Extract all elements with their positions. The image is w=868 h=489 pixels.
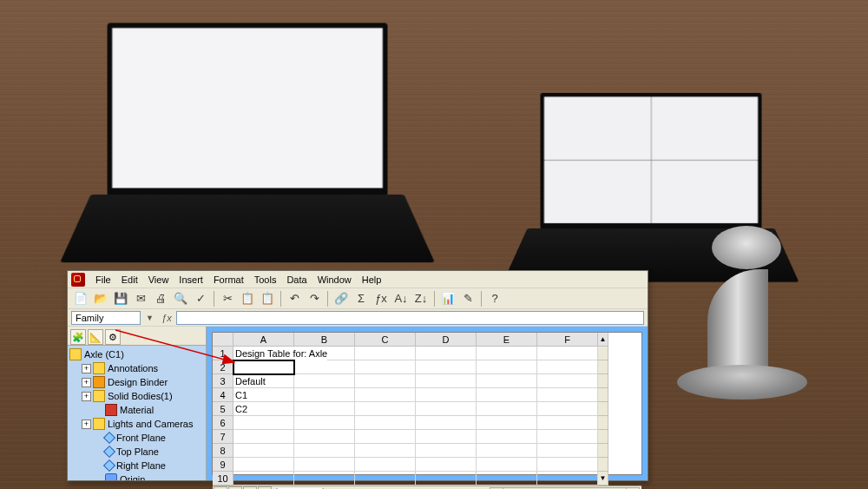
spellcheck-icon[interactable]: ✓: [191, 290, 210, 307]
cell-C10[interactable]: [355, 472, 416, 486]
function-icon[interactable]: ƒx: [372, 290, 391, 307]
column-header-B[interactable]: B: [294, 333, 355, 347]
configuration-manager-tab-icon[interactable]: ⚙: [105, 329, 121, 345]
undo-icon[interactable]: ↶: [285, 290, 304, 307]
cell-F8[interactable]: [537, 444, 598, 458]
row-header-7[interactable]: 7: [213, 430, 233, 444]
vscroll-track[interactable]: [598, 458, 608, 472]
sort-desc-icon[interactable]: Z↓: [411, 290, 431, 307]
sum-icon[interactable]: Σ: [352, 290, 371, 307]
cell-B6[interactable]: [294, 416, 355, 430]
cut-icon[interactable]: ✂: [218, 290, 237, 307]
cell-A1[interactable]: Design Table for: Axle: [233, 347, 294, 360]
menu-data[interactable]: Data: [281, 273, 312, 287]
cell-D7[interactable]: [416, 430, 477, 444]
column-header-D[interactable]: D: [416, 333, 477, 347]
cell-A9[interactable]: [233, 458, 294, 472]
vscroll-track[interactable]: [598, 430, 608, 444]
expand-icon[interactable]: +: [82, 392, 91, 401]
property-manager-tab-icon[interactable]: 📐: [88, 329, 103, 345]
menu-format[interactable]: Format: [208, 273, 249, 287]
vscroll-track[interactable]: [598, 347, 608, 360]
row-header-6[interactable]: 6: [213, 416, 233, 430]
print-icon[interactable]: 🖨: [151, 290, 170, 307]
cell-D10[interactable]: [416, 472, 477, 486]
cell-C7[interactable]: [355, 430, 416, 444]
menu-tools[interactable]: Tools: [249, 273, 282, 287]
open-icon[interactable]: 📂: [91, 290, 110, 307]
worksheet[interactable]: ABCDEF▲1Design Table for: Axle23Default4…: [212, 332, 642, 475]
cell-F5[interactable]: [537, 402, 598, 416]
cell-B5[interactable]: [294, 402, 355, 416]
menu-window[interactable]: Window: [312, 273, 357, 287]
vscroll-track[interactable]: [598, 416, 608, 430]
cell-A8[interactable]: [233, 444, 294, 458]
cell-C1[interactable]: [355, 347, 416, 360]
row-header-3[interactable]: 3: [213, 374, 233, 388]
redo-icon[interactable]: ↷: [305, 290, 324, 307]
column-header-F[interactable]: F: [537, 333, 598, 347]
cell-B10[interactable]: [294, 472, 355, 486]
cell-C3[interactable]: [355, 374, 416, 388]
column-header-A[interactable]: A: [233, 333, 294, 347]
cell-D5[interactable]: [416, 402, 477, 416]
cell-F10[interactable]: [537, 472, 598, 486]
cell-A4[interactable]: C1: [233, 388, 294, 402]
cell-E2[interactable]: [477, 360, 537, 374]
row-header-1[interactable]: 1: [213, 347, 233, 360]
cell-C4[interactable]: [355, 388, 416, 402]
tree-node-solid-bodies-1-[interactable]: + Solid Bodies(1): [68, 389, 206, 403]
formula-bar[interactable]: [176, 311, 644, 325]
cell-C8[interactable]: [355, 444, 416, 458]
tree-node-origin[interactable]: Origin: [68, 472, 206, 480]
cell-E6[interactable]: [477, 416, 537, 430]
vscroll-track[interactable]: [598, 388, 608, 402]
cell-F1[interactable]: [537, 347, 598, 360]
sort-asc-icon[interactable]: A↓: [391, 290, 411, 307]
cell-F7[interactable]: [537, 430, 598, 444]
email-icon[interactable]: ✉: [131, 290, 150, 307]
name-box-dropdown-icon[interactable]: ▼: [142, 314, 157, 322]
tree-root[interactable]: Axle (C1): [68, 347, 206, 361]
vscroll-down-icon[interactable]: ▼: [598, 472, 608, 486]
cell-F6[interactable]: [537, 416, 598, 430]
chart-icon[interactable]: 📊: [438, 290, 457, 307]
new-doc-icon[interactable]: 📄: [71, 290, 90, 307]
save-icon[interactable]: 💾: [111, 290, 130, 307]
drawing-icon[interactable]: ✎: [458, 290, 477, 307]
menu-edit[interactable]: Edit: [116, 273, 143, 287]
cell-E7[interactable]: [477, 430, 537, 444]
cell-E1[interactable]: [477, 347, 537, 360]
tree-node-top-plane[interactable]: Top Plane: [68, 445, 206, 459]
tree-node-design-binder[interactable]: + Design Binder: [68, 375, 206, 389]
menu-insert[interactable]: Insert: [174, 273, 208, 287]
print-preview-icon[interactable]: 🔍: [171, 290, 190, 307]
feature-manager-tab-icon[interactable]: 🧩: [70, 329, 86, 345]
cell-D3[interactable]: [416, 374, 477, 388]
paste-icon[interactable]: 📋: [258, 290, 277, 307]
tree-node-front-plane[interactable]: Front Plane: [68, 431, 206, 445]
expand-icon[interactable]: +: [82, 378, 91, 387]
cell-E9[interactable]: [477, 458, 537, 472]
cell-C9[interactable]: [355, 458, 416, 472]
cell-A10[interactable]: [233, 472, 294, 486]
cell-E3[interactable]: [477, 374, 537, 388]
name-box[interactable]: [71, 311, 141, 325]
row-header-10[interactable]: 10: [213, 472, 233, 486]
cell-F9[interactable]: [537, 458, 598, 472]
cell-D6[interactable]: [416, 416, 477, 430]
cell-B8[interactable]: [294, 444, 355, 458]
cell-B3[interactable]: [294, 374, 355, 388]
cell-D9[interactable]: [416, 458, 477, 472]
cell-A6[interactable]: [233, 416, 294, 430]
cell-D2[interactable]: [416, 360, 477, 374]
row-header-2[interactable]: 2: [213, 360, 233, 374]
vscroll-track[interactable]: [598, 374, 608, 388]
menu-view[interactable]: View: [143, 273, 174, 287]
cell-A5[interactable]: C2: [233, 402, 294, 416]
cell-C2[interactable]: [355, 360, 416, 374]
cell-A7[interactable]: [233, 430, 294, 444]
cell-F3[interactable]: [537, 374, 598, 388]
cell-B4[interactable]: [294, 388, 355, 402]
help-icon[interactable]: ?: [485, 290, 504, 307]
